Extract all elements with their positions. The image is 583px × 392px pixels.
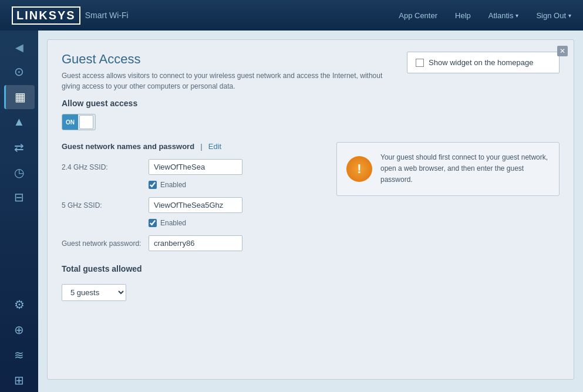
network-section-label: Guest network names and password [62, 142, 194, 151]
sidebar-item-clock[interactable]: ◷ [4, 160, 35, 184]
main-content: ✕ Guest Access Guest access allows visit… [38, 31, 583, 392]
sidebar-item-wifi[interactable]: ≋ [4, 343, 35, 367]
network-24-label: Enabled [160, 181, 186, 189]
allow-guest-section-title: Allow guest access [62, 99, 560, 108]
network-5-label: Enabled [160, 219, 186, 227]
network-24-checkbox[interactable] [149, 181, 157, 189]
shield-icon: ⊞ [14, 373, 24, 387]
sidebar: ◀ ⊙ ▦ ▲ ⇄ ◷ ⊟ ⚙ ⊕ ≋ ⊞ [0, 31, 38, 392]
network-section-header: Guest network names and password | Edit [62, 142, 325, 151]
divider: | [200, 142, 203, 151]
toggle-on-label: ON [62, 114, 78, 130]
guest-access-toggle[interactable]: ON [62, 114, 96, 130]
two-col-layout: Guest network names and password | Edit … [62, 142, 560, 301]
help-link[interactable]: Help [455, 11, 471, 20]
total-guests-title: Total guests allowed [62, 264, 325, 273]
network-5-checkbox[interactable] [149, 219, 157, 227]
network-5-row: Enabled [149, 219, 325, 227]
alert-icon: ▲ [14, 115, 25, 129]
ssid-5-row: 5 GHz SSID: [62, 197, 325, 213]
sidebar-item-shield[interactable]: ⊞ [4, 368, 35, 392]
nav-links: App Center Help Atlantis ▾ Sign Out ▾ [399, 11, 571, 20]
app-subtitle: Smart Wi-Fi [85, 11, 129, 20]
user-chevron-icon: ▾ [515, 12, 518, 19]
logo-area: LINKSYS Smart Wi-Fi [12, 6, 399, 25]
network-24-row: Enabled [149, 181, 325, 189]
page-description: Guest access allows visitors to connect … [62, 70, 390, 92]
sidebar-collapse[interactable]: ◀ [0, 36, 38, 59]
user-name: Atlantis [488, 11, 514, 20]
sign-out-link[interactable]: Sign Out ▾ [536, 11, 571, 20]
toggle-slider [79, 115, 93, 129]
password-label: Guest network password: [62, 239, 144, 248]
connection-icon: ⊟ [14, 190, 24, 204]
sign-out-chevron-icon: ▾ [568, 12, 571, 19]
router-icon: ⊙ [14, 65, 24, 79]
sidebar-item-connection[interactable]: ⊟ [4, 185, 35, 209]
clock-icon: ◷ [14, 165, 24, 180]
warning-box: ! Your guest should first connect to you… [336, 142, 560, 196]
page-title: Guest Access [62, 52, 390, 67]
right-column: ! Your guest should first connect to you… [336, 142, 560, 301]
sidebar-item-guest[interactable]: ▦ [4, 85, 35, 109]
update-icon: ⊕ [14, 323, 24, 337]
edit-link[interactable]: Edit [208, 142, 221, 151]
header-row: Guest Access Guest access allows visitor… [62, 52, 560, 92]
app-center-link[interactable]: App Center [399, 11, 437, 20]
password-row: Guest network password: [62, 235, 325, 251]
total-guests-section: Total guests allowed 1 guest 2 guests 3 … [62, 264, 325, 301]
toggle-container: ON [62, 114, 560, 130]
ssid-24-label: 2.4 GHz SSID: [62, 163, 144, 171]
sidebar-item-update[interactable]: ⊕ [4, 318, 35, 342]
ssid-24-input[interactable] [149, 159, 242, 175]
top-nav: LINKSYS Smart Wi-Fi App Center Help Atla… [0, 0, 583, 31]
guests-select[interactable]: 1 guest 2 guests 3 guests 4 guests 5 gue… [62, 284, 126, 301]
sidebar-item-transfer[interactable]: ⇄ [4, 135, 35, 159]
main-layout: ◀ ⊙ ▦ ▲ ⇄ ◷ ⊟ ⚙ ⊕ ≋ ⊞ [0, 31, 583, 392]
sign-out-label: Sign Out [536, 11, 566, 20]
close-button[interactable]: ✕ [557, 46, 568, 56]
guest-icon: ▦ [15, 90, 26, 104]
ssid-5-label: 5 GHz SSID: [62, 201, 144, 209]
settings-icon: ⚙ [14, 298, 25, 312]
widget-checkbox-area: Show widget on the homepage [407, 52, 560, 73]
transfer-icon: ⇄ [14, 140, 24, 154]
sidebar-item-settings[interactable]: ⚙ [4, 293, 35, 317]
ssid-5-input[interactable] [149, 197, 242, 213]
password-input[interactable] [149, 235, 242, 251]
sidebar-item-alert[interactable]: ▲ [4, 110, 35, 134]
warning-text: Your guest should first connect to your … [380, 152, 550, 186]
widget-label: Show widget on the homepage [429, 58, 534, 67]
sidebar-item-router[interactable]: ⊙ [4, 60, 35, 84]
ssid-24-row: 2.4 GHz SSID: [62, 159, 325, 175]
content-panel: ✕ Guest Access Guest access allows visit… [47, 39, 574, 380]
warning-icon: ! [346, 156, 372, 182]
left-column: Guest network names and password | Edit … [62, 142, 325, 301]
page-title-area: Guest Access Guest access allows visitor… [62, 52, 390, 92]
widget-checkbox[interactable] [416, 59, 424, 67]
user-menu[interactable]: Atlantis ▾ [488, 11, 519, 20]
linksys-logo: LINKSYS [12, 6, 80, 25]
wifi-settings-icon: ≋ [14, 348, 24, 362]
